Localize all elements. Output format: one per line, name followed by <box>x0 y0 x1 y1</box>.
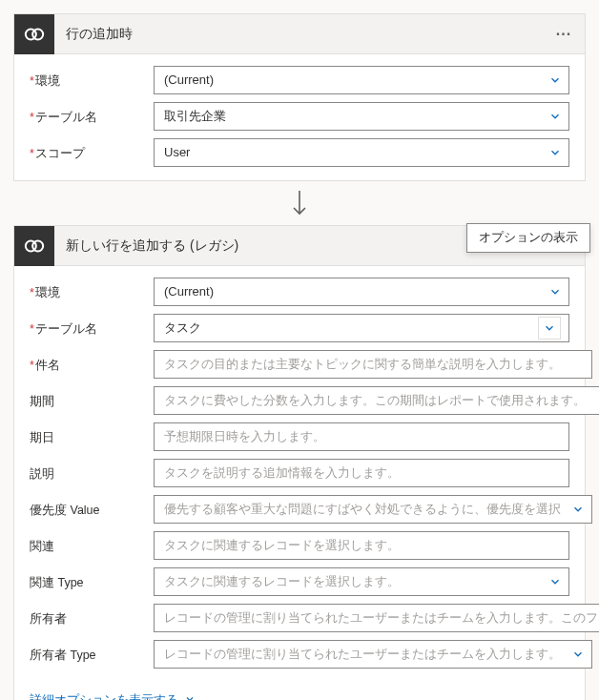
options-tooltip: オプションの表示 <box>466 223 590 253</box>
priority-select[interactable]: 優先する顧客や重大な問題にすばやく対処できるように、優先度を選択 <box>154 495 592 524</box>
owner-input[interactable]: レコードの管理に割り当てられたユーザーまたはチームを入力します。このフ <box>154 604 599 632</box>
due-input[interactable]: 予想期限日時を入力します。 <box>154 422 569 451</box>
dataverse-icon <box>14 14 54 54</box>
card-body: オプションの表示 環境 (Current) テーブル名 タスク 件名 タスクの <box>14 266 585 682</box>
env-label: 環境 <box>30 283 154 301</box>
env-select[interactable]: (Current) <box>154 66 569 94</box>
table-select[interactable]: 取引先企業 <box>154 102 569 131</box>
svg-point-1 <box>32 29 43 39</box>
owner-type-label: 所有者 Type <box>30 646 154 664</box>
desc-label: 説明 <box>30 464 154 483</box>
flow-arrow <box>13 181 586 225</box>
subject-input[interactable]: タスクの目的または主要なトピックに関する簡単な説明を入力します。 <box>154 350 592 379</box>
card-title: 行の追加時 <box>54 26 550 43</box>
priority-label: 優先度 Value <box>30 501 154 519</box>
trigger-card: 行の追加時 ··· 環境 (Current) テーブル名 取引先企業 スコープ <box>13 13 586 181</box>
advanced-link-label: 詳細オプションを表示する <box>30 691 178 700</box>
action-card: 新しい行を追加する (レガシ) ··· オプションの表示 環境 (Current… <box>13 225 586 700</box>
regarding-type-select[interactable]: タスクに関連するレコードを選択します。 <box>154 567 569 596</box>
table-select[interactable]: タスク <box>154 314 569 342</box>
regarding-type-label: 関連 Type <box>30 573 154 591</box>
env-label: 環境 <box>30 72 154 90</box>
table-label: テーブル名 <box>30 108 154 126</box>
owner-type-select[interactable]: レコードの管理に割り当てられたユーザーまたはチームを入力します。 <box>154 640 592 669</box>
svg-point-4 <box>32 240 43 251</box>
chevron-down-icon <box>184 693 196 701</box>
env-select[interactable]: (Current) <box>154 278 569 306</box>
due-label: 期日 <box>30 428 154 446</box>
dataverse-icon <box>14 226 54 266</box>
owner-label: 所有者 <box>30 609 154 628</box>
card-body: 環境 (Current) テーブル名 取引先企業 スコープ User <box>14 54 585 180</box>
table-label: テーブル名 <box>30 319 154 338</box>
scope-select[interactable]: User <box>154 138 569 167</box>
regarding-input[interactable]: タスクに関連するレコードを選択します。 <box>154 531 569 560</box>
duration-label: 期間 <box>30 392 154 410</box>
subject-label: 件名 <box>30 356 154 374</box>
desc-input[interactable]: タスクを説明する追加情報を入力します。 <box>154 459 569 487</box>
show-advanced-options-link[interactable]: 詳細オプションを表示する <box>30 691 196 700</box>
card-header[interactable]: 行の追加時 ··· <box>14 14 585 54</box>
duration-input[interactable]: タスクに費やした分数を入力します。この期間はレポートで使用されます。 <box>154 386 599 415</box>
scope-label: スコープ <box>30 144 154 162</box>
more-options-button[interactable]: ··· <box>550 21 577 48</box>
regarding-label: 関連 <box>30 537 154 555</box>
